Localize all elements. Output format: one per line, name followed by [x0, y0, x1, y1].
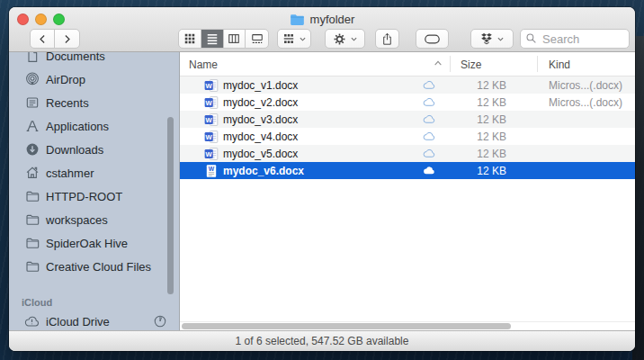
svg-text:W: W [206, 132, 213, 140]
file-row[interactable]: W mydoc_v1.docx 12 KB Micros...(.docx) [180, 76, 635, 94]
cloud-outline-icon [423, 131, 435, 141]
progress-circle-icon [153, 314, 167, 328]
folder-icon [25, 259, 40, 274]
dropbox-button[interactable] [470, 29, 514, 49]
horizontal-scrollbar-track[interactable] [180, 321, 635, 330]
column-header-size[interactable]: Size [461, 58, 481, 71]
coverflow-view-icon [251, 32, 264, 45]
list-view-button[interactable] [201, 30, 224, 48]
sidebar-item-label: Documents [46, 52, 105, 63]
sidebar-item-label: workspaces [46, 213, 108, 227]
folder-icon [25, 236, 40, 250]
coverflow-view-button[interactable] [246, 30, 268, 48]
sidebar-item-label: AirDrop [46, 73, 85, 86]
sidebar-item-spideroak-hive[interactable]: SpiderOak Hive [9, 231, 179, 255]
sidebar-item-httpd-root[interactable]: HTTPD-ROOT [9, 184, 179, 208]
column-view-icon [228, 32, 240, 45]
tags-button[interactable] [416, 29, 449, 49]
svg-text:W: W [206, 98, 213, 106]
airdrop-icon [25, 72, 40, 86]
chevron-down-icon [350, 35, 358, 43]
sidebar-item-documents[interactable]: Documents [9, 52, 179, 68]
cloud-outline-icon [423, 148, 435, 158]
file-row[interactable]: W mydoc_v4.docx 12 KB [180, 128, 635, 145]
column-view-button[interactable] [224, 30, 246, 48]
sort-asc-icon [434, 59, 443, 67]
list-header: Name Size Kind [180, 52, 635, 76]
sidebar-scrollbar[interactable] [167, 117, 174, 294]
file-name: mydoc_v3.docx [223, 113, 298, 126]
share-button[interactable] [375, 29, 399, 49]
sidebar-item-cstahmer[interactable]: cstahmer [9, 161, 179, 184]
sidebar-item-downloads[interactable]: Downloads [9, 138, 179, 161]
svg-text:W: W [209, 165, 215, 171]
view-switcher [178, 29, 269, 49]
downloads-icon [25, 142, 40, 157]
svg-text:W: W [206, 81, 213, 89]
word-file-icon: W [204, 130, 219, 144]
tag-icon [425, 34, 440, 44]
icon-view-button[interactable] [179, 30, 201, 48]
gear-icon [333, 32, 346, 46]
cloud-outline-icon [423, 80, 435, 90]
sidebar-item-label: Downloads [46, 143, 103, 157]
horizontal-scrollbar-handle[interactable] [182, 323, 511, 329]
sidebar-item-recents[interactable]: Recents [9, 91, 179, 114]
applications-icon [25, 119, 40, 133]
sidebar-section-icloud: iCloud [9, 297, 179, 310]
window-title: myfolder [99, 12, 545, 27]
word-file-icon: W [204, 95, 219, 110]
file-row[interactable]: W mydoc_v6.docx 12 KB [180, 162, 635, 179]
sidebar-item-label: Creative Cloud Files [46, 260, 151, 274]
word-file-icon: W [204, 78, 219, 93]
column-divider[interactable] [450, 56, 451, 72]
grid-view-icon [183, 32, 196, 45]
file-kind: Micros...(.docx) [549, 79, 622, 92]
zoom-window-button[interactable] [53, 14, 65, 25]
file-name: mydoc_v5.docx [223, 148, 298, 160]
file-name: mydoc_v2.docx [223, 96, 298, 109]
home-icon [25, 166, 40, 180]
folder-blue-icon [290, 14, 305, 26]
svg-text:W: W [206, 115, 213, 123]
status-bar: 1 of 6 selected, 547.52 GB available [9, 330, 635, 351]
search-field [520, 29, 630, 49]
sidebar-item-label: SpiderOak Hive [46, 237, 128, 250]
column-header-kind[interactable]: Kind [549, 58, 570, 71]
finder-window: myfolder [9, 7, 635, 351]
column-header-name[interactable]: Name [189, 58, 218, 71]
sidebar-item-airdrop[interactable]: AirDrop [9, 68, 179, 91]
sidebar-item-creative-cloud-files[interactable]: Creative Cloud Files [9, 255, 179, 278]
word-file-selected-icon: W [204, 164, 219, 178]
minimize-window-button[interactable] [35, 14, 47, 25]
forward-icon [61, 33, 73, 45]
action-menu-button[interactable] [325, 29, 365, 49]
file-row[interactable]: W mydoc_v2.docx 12 KB Micros...(.docx) [180, 94, 635, 111]
group-by-button[interactable] [277, 29, 311, 49]
word-file-icon: W [204, 147, 219, 161]
cloud-filled-icon [423, 166, 435, 176]
share-icon [381, 32, 393, 46]
dropbox-icon [480, 32, 493, 45]
back-button[interactable] [31, 30, 55, 48]
forward-button[interactable] [55, 30, 79, 48]
file-size: 12 KB [450, 79, 506, 92]
sidebar-item-applications[interactable]: Applications [9, 114, 179, 138]
recents-icon [25, 95, 40, 110]
file-rows: W mydoc_v1.docx 12 KB Micros...(.docx) W… [180, 76, 635, 179]
sidebar-item-label: iCloud Drive [46, 315, 110, 328]
titlebar: myfolder [9, 7, 635, 52]
search-icon [525, 32, 537, 44]
file-row[interactable]: W mydoc_v3.docx 12 KB [180, 111, 635, 128]
file-row[interactable]: W mydoc_v5.docx 12 KB [180, 145, 635, 162]
sidebar-item-workspaces[interactable]: workspaces [9, 208, 179, 231]
file-size: 12 KB [450, 165, 506, 177]
sidebar-item-label: Recents [46, 96, 89, 110]
sidebar-item-label: HTTPD-ROOT [46, 190, 122, 203]
sidebar-item-icloud-drive[interactable]: iCloud Drive [9, 310, 179, 330]
column-divider[interactable] [537, 56, 538, 72]
file-name: mydoc_v6.docx [223, 165, 304, 177]
close-window-button[interactable] [17, 14, 29, 25]
window-title-text: myfolder [310, 13, 355, 26]
sidebar-item-label: Applications [46, 120, 109, 133]
